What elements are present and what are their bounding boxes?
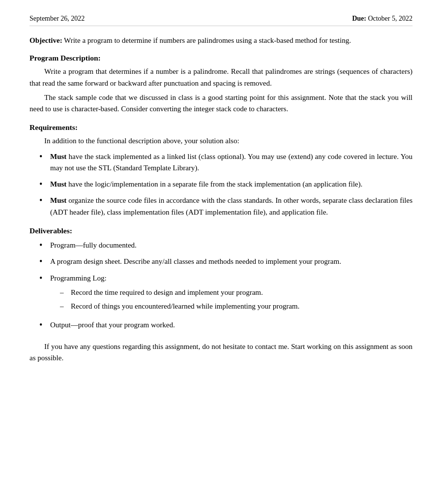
sub-list-item: – Record of things you encountered/learn… [60,301,413,312]
sub-dash-icon: – [60,287,69,298]
requirements-heading: Requirements: [29,122,413,133]
deliverable-item-2: A program design sheet. Describe any/all… [50,256,413,267]
list-item: • Program—fully documented. [39,240,413,251]
program-description-para2: The stack sample code that we discussed … [29,92,413,115]
requirements-section: Requirements: In addition to the functio… [29,122,413,218]
must-label-3: Must [50,196,66,204]
sub-dash-icon: – [60,301,69,312]
requirement-text-3: organize the source code files in accord… [50,196,413,216]
sub-item-2: Record of things you encountered/learned… [71,301,299,312]
requirement-item-1: Must have the stack implemented as a lin… [50,151,413,174]
list-item: • Programming Log: – Record the time req… [39,273,413,315]
deliverables-section: Deliverables: • Program—fully documented… [29,225,413,331]
list-item: • Must organize the source code files in… [39,195,413,218]
bullet-icon: • [39,256,48,267]
sub-list-item: – Record the time required to design and… [60,287,413,298]
sub-item-1: Record the time required to design and i… [71,287,263,298]
header-due: Due: October 5, 2022 [352,15,413,23]
must-label-1: Must [50,153,66,160]
objective-label: Objective: [29,36,62,44]
objective-section: Objective: Write a program to determine … [29,35,413,46]
deliverable-item-1: Program—fully documented. [50,240,413,251]
deliverable-item-3: Programming Log: – Record the time requi… [50,273,413,315]
bullet-icon: • [39,273,48,284]
list-item: • Output—proof that your program worked. [39,319,413,331]
programming-log-label: Programming Log: [50,274,107,282]
deliverables-list: • Program—fully documented. • A program … [29,240,413,331]
program-description-para1: Write a program that determines if a num… [29,66,413,89]
requirement-text-1: have the stack implemented as a linked l… [50,153,413,172]
bullet-icon: • [39,195,48,206]
requirement-item-2: Must have the logic/implementation in a … [50,179,413,190]
requirements-list: • Must have the stack implemented as a l… [29,151,413,218]
list-item: • A program design sheet. Describe any/a… [39,256,413,267]
list-item: • Must have the stack implemented as a l… [39,151,413,174]
header-date: September 26, 2022 [29,15,85,23]
requirement-item-3: Must organize the source code files in a… [50,195,413,218]
document-page: September 26, 2022 Due: October 5, 2022 … [0,0,442,504]
deliverable-item-4: Output—proof that your program worked. [50,319,413,331]
bullet-icon: • [39,179,48,190]
due-date: October 5, 2022 [368,15,413,22]
bullet-icon: • [39,240,48,251]
document-header: September 26, 2022 Due: October 5, 2022 [29,15,413,26]
programming-log-sub-list: – Record the time required to design and… [50,287,413,313]
bullet-icon: • [39,151,48,162]
program-description-section: Program Description: Write a program tha… [29,52,413,115]
objective-text: Write a program to determine if numbers … [62,36,351,44]
due-label: Due: [352,15,366,22]
requirement-text-2: have the logic/implementation in a separ… [66,180,362,188]
program-description-heading: Program Description: [29,52,413,64]
list-item: • Must have the logic/implementation in … [39,179,413,190]
deliverables-heading: Deliverables: [29,225,413,237]
must-label-2: Must [50,180,66,188]
bullet-icon: • [39,319,48,331]
requirements-intro: In addition to the functional descriptio… [29,135,413,147]
closing-paragraph: If you have any questions regarding this… [29,341,413,364]
